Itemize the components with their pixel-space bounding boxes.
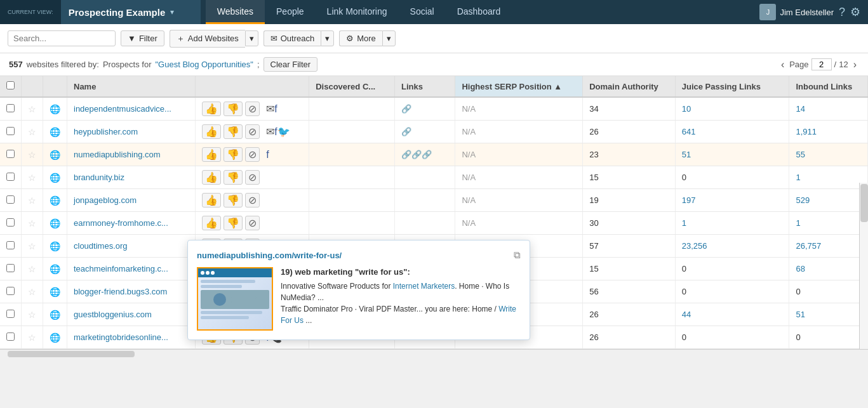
star-icon[interactable]: ☆ — [28, 150, 36, 160]
inbound-value[interactable]: 529 — [796, 195, 810, 205]
row-checkbox[interactable] — [6, 150, 15, 158]
inbound-value[interactable]: 55 — [796, 150, 805, 159]
inbound-value[interactable]: 1 — [796, 173, 800, 182]
thumbs-up-icon[interactable]: 👍 — [202, 170, 221, 185]
tab-people[interactable]: People — [265, 0, 316, 24]
globe-icon[interactable]: 🌐 — [50, 332, 60, 343]
juice-value[interactable]: 10 — [682, 104, 691, 114]
thumbs-down-icon[interactable]: 👎 — [224, 170, 243, 185]
outreach-dropdown[interactable]: ▾ — [321, 30, 334, 46]
thumbs-up-icon[interactable]: 👍 — [202, 216, 221, 230]
outreach-button[interactable]: ✉ Outreach — [264, 30, 321, 46]
star-icon[interactable]: ☆ — [28, 310, 36, 320]
snippet-link-internet[interactable]: Internet Marketers — [393, 282, 455, 291]
project-selector[interactable]: Prospecting Example ▾ — [61, 0, 201, 24]
site-name[interactable]: numediapublishing.com — [74, 150, 161, 159]
globe-icon[interactable]: 🌐 — [50, 264, 60, 274]
site-name[interactable]: cloudtimes.org — [74, 241, 128, 251]
thumbs-down-icon[interactable]: 👎 — [224, 102, 243, 116]
col-header-da[interactable]: Domain Authority — [583, 76, 676, 97]
juice-value[interactable]: 197 — [682, 195, 696, 205]
horizontal-scrollbar[interactable] — [0, 349, 868, 358]
facebook-icon[interactable]: f — [266, 149, 269, 160]
site-name[interactable]: jonpageblog.com — [74, 195, 137, 205]
block-icon[interactable]: ⊘ — [245, 170, 260, 185]
more-button[interactable]: ⚙ More — [339, 30, 382, 46]
globe-icon[interactable]: 🌐 — [50, 127, 60, 137]
link-icon[interactable]: 🔗 — [401, 127, 411, 136]
mail-icon[interactable]: ✉ — [266, 103, 274, 114]
thumbs-down-icon[interactable]: 👎 — [224, 147, 243, 162]
site-name[interactable]: heypublisher.com — [74, 127, 138, 136]
row-checkbox[interactable] — [6, 218, 15, 227]
site-name[interactable]: independentmusicadvice... — [74, 104, 171, 114]
row-checkbox[interactable] — [6, 264, 15, 272]
search-input[interactable] — [8, 30, 116, 46]
tab-social[interactable]: Social — [399, 0, 446, 24]
link-icon[interactable]: 🔗 — [401, 104, 411, 114]
tab-websites[interactable]: Websites — [206, 0, 265, 24]
block-icon[interactable]: ⊘ — [245, 147, 260, 162]
star-icon[interactable]: ☆ — [28, 104, 36, 114]
thumbs-down-icon[interactable]: 👎 — [224, 193, 243, 207]
block-icon[interactable]: ⊘ — [245, 124, 260, 139]
site-name[interactable]: teachmeinfomarketing.c... — [74, 264, 168, 273]
thumbs-up-icon[interactable]: 👍 — [202, 193, 221, 207]
thumbs-up-icon[interactable]: 👍 — [202, 124, 221, 139]
settings-icon[interactable]: ⚙ — [850, 5, 860, 19]
juice-value[interactable]: 23,256 — [682, 241, 707, 251]
h-scrollbar-thumb[interactable] — [8, 351, 135, 357]
facebook-icon[interactable]: f — [274, 103, 277, 114]
juice-value[interactable]: 44 — [682, 310, 691, 319]
thumbs-down-icon[interactable]: 👎 — [224, 216, 243, 230]
inbound-value[interactable]: 68 — [796, 264, 805, 273]
help-icon[interactable]: ? — [839, 6, 845, 19]
snippet-link-write[interactable]: Write For Us — [281, 305, 516, 325]
twitter-icon[interactable]: 🐦 — [277, 126, 290, 137]
clear-filter-button[interactable]: Clear Filter — [264, 57, 318, 72]
star-icon[interactable]: ☆ — [28, 218, 36, 228]
scrollbar-thumb[interactable] — [860, 184, 868, 222]
open-external-icon[interactable]: ⧉ — [514, 249, 521, 261]
col-header-juice[interactable]: Juice Passing Links — [675, 76, 789, 97]
block-icon[interactable]: ⊘ — [245, 102, 260, 116]
juice-value[interactable]: 641 — [682, 127, 696, 136]
popup-url[interactable]: numediapublishing.com/write-for-us/ — [197, 251, 342, 260]
col-header-inbound[interactable]: Inbound Links — [789, 76, 868, 97]
star-icon[interactable]: ☆ — [28, 173, 36, 183]
inbound-value[interactable]: 51 — [796, 310, 805, 319]
site-name[interactable]: marketingtobridesonline... — [74, 332, 168, 342]
globe-icon[interactable]: 🌐 — [50, 195, 60, 206]
block-icon[interactable]: ⊘ — [245, 216, 260, 230]
star-icon[interactable]: ☆ — [28, 264, 36, 274]
globe-icon[interactable]: 🌐 — [50, 104, 60, 114]
inbound-value[interactable]: 26,757 — [796, 241, 821, 251]
add-websites-button[interactable]: ＋ Add Websites — [170, 30, 245, 48]
globe-icon[interactable]: 🌐 — [50, 173, 60, 183]
row-checkbox[interactable] — [6, 127, 15, 135]
page-number-input[interactable] — [811, 58, 832, 70]
star-icon[interactable]: ☆ — [28, 195, 36, 206]
site-name[interactable]: blogger-friend.bugs3.com — [74, 287, 167, 296]
globe-icon[interactable]: 🌐 — [50, 287, 60, 297]
star-icon[interactable]: ☆ — [28, 332, 36, 343]
next-page-button[interactable]: › — [851, 59, 859, 70]
vertical-scrollbar[interactable] — [859, 183, 868, 349]
prev-page-button[interactable]: ‹ — [778, 59, 787, 70]
col-header-check[interactable] — [0, 76, 22, 97]
thumbs-up-icon[interactable]: 👍 — [202, 102, 221, 116]
col-header-serp[interactable]: Highest SERP Position ▲ — [455, 76, 583, 97]
inbound-value[interactable]: 1,911 — [796, 127, 817, 136]
add-websites-dropdown[interactable]: ▾ — [245, 30, 258, 46]
globe-icon[interactable]: 🌐 — [50, 241, 60, 251]
col-header-links[interactable]: Links — [394, 76, 455, 97]
row-checkbox[interactable] — [6, 104, 15, 112]
col-header-name[interactable]: Name — [67, 76, 196, 97]
row-checkbox[interactable] — [6, 195, 15, 204]
juice-value[interactable]: 51 — [682, 150, 691, 159]
mail-icon[interactable]: ✉ — [266, 126, 274, 137]
tab-link-monitoring[interactable]: Link Monitoring — [316, 0, 399, 24]
row-checkbox[interactable] — [6, 287, 15, 295]
site-name[interactable]: guestbloggenius.com — [74, 310, 152, 319]
block-icon[interactable]: ⊘ — [245, 193, 260, 207]
